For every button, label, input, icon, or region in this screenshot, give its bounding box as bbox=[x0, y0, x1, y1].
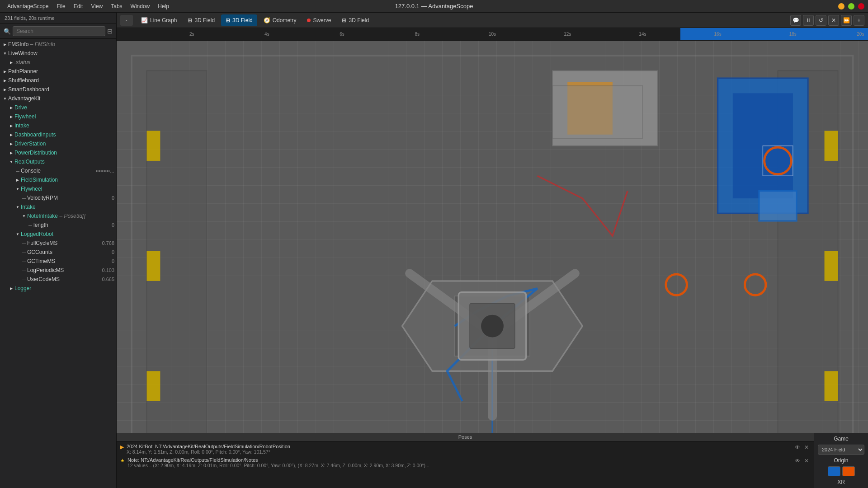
menu-file[interactable]: File bbox=[53, 2, 69, 10]
tree-item-gccounts[interactable]: —GCCounts0 bbox=[0, 248, 116, 257]
pose-text-robot: 2024 KitBot: NT:/AdvantageKit/RealOutput… bbox=[127, 444, 791, 455]
tab-odometry[interactable]: 🧭 Odometry bbox=[259, 14, 301, 26]
arrow-gccounts: — bbox=[21, 249, 27, 255]
tree-item-flywheel1[interactable]: ▶Flywheel bbox=[0, 112, 116, 121]
menu-edit[interactable]: Edit bbox=[70, 2, 87, 10]
search-input[interactable] bbox=[13, 26, 105, 36]
tree-item-loggedrobot[interactable]: ▼LoggedRobot bbox=[0, 230, 116, 239]
label-realoutputs: RealOutputs bbox=[14, 159, 114, 165]
viz-add-button[interactable]: + bbox=[854, 15, 864, 26]
tab-3d-field-1[interactable]: ⊞ 3D Field bbox=[183, 14, 219, 26]
value-velocityrpm: 0 bbox=[101, 195, 114, 201]
orange-swatch[interactable] bbox=[842, 466, 855, 476]
arrow-length: — bbox=[27, 222, 33, 228]
viz-pause-button[interactable]: ⏸ bbox=[803, 15, 814, 26]
tab-spacer[interactable]: ▪ bbox=[120, 15, 133, 26]
minimize-button[interactable] bbox=[838, 3, 844, 9]
arrow-fmsinfo: ▶ bbox=[2, 41, 8, 47]
tab-line-graph[interactable]: 📈 Line Graph bbox=[137, 14, 181, 26]
tick-14s: 14s bbox=[639, 32, 646, 37]
timeline-track[interactable]: 2s4s6s8s10s12s14s16s18s20s bbox=[117, 28, 868, 40]
tree-item-length[interactable]: —length0 bbox=[0, 221, 116, 230]
tree-item-flywheel2[interactable]: ▼Flywheel bbox=[0, 184, 116, 193]
tree-item-advantagekit[interactable]: ▼AdvantageKit bbox=[0, 94, 116, 103]
menu-help[interactable]: Help bbox=[154, 2, 173, 10]
viz-forward-button[interactable]: ⏩ bbox=[841, 15, 852, 26]
tree-item-driverstation[interactable]: ▶DriverStation bbox=[0, 139, 116, 148]
tree-item-livewindow[interactable]: ▼LiveWindow bbox=[0, 49, 116, 58]
tick-20s: 20s bbox=[857, 32, 864, 37]
tree-item-pathplanner[interactable]: ▶PathPlanner bbox=[0, 67, 116, 76]
tree-item-status[interactable]: ▶.status bbox=[0, 58, 116, 67]
arrow-usercodems: — bbox=[21, 276, 27, 282]
filter-icon[interactable]: ⊟ bbox=[107, 28, 113, 35]
pose-visibility-button[interactable]: 👁 bbox=[794, 444, 801, 451]
viz-close-button[interactable]: ✕ bbox=[828, 15, 839, 26]
tree-item-noteintake[interactable]: ▼NoteInIntake – Pose3d[] bbox=[0, 211, 116, 221]
tab-swerve[interactable]: Swerve bbox=[302, 14, 335, 26]
viz-area[interactable] bbox=[117, 41, 868, 433]
game-select[interactable]: 2024 Field bbox=[818, 445, 864, 455]
tree-item-dashboardinputs[interactable]: ▶DashboardInputs bbox=[0, 130, 116, 139]
odometry-icon: 🧭 bbox=[264, 17, 270, 23]
xr-label: XR bbox=[818, 479, 864, 485]
tree-item-intake2[interactable]: ▼Intake bbox=[0, 202, 116, 211]
menu-tabs[interactable]: Tabs bbox=[107, 2, 126, 10]
maximize-button[interactable] bbox=[848, 3, 854, 9]
tree-item-fieldsimulation[interactable]: ▶FieldSimulation bbox=[0, 175, 116, 184]
timeline[interactable]: 2s4s6s8s10s12s14s16s18s20s bbox=[117, 28, 868, 41]
tree-item-logger[interactable]: ▶Logger bbox=[0, 284, 116, 293]
tree-item-drive[interactable]: ▶Drive bbox=[0, 103, 116, 112]
value-logperiodicms: 0.103 bbox=[101, 267, 114, 273]
notes-visibility-button[interactable]: 👁 bbox=[794, 457, 801, 465]
grid-icon: ▪ bbox=[126, 18, 127, 23]
origin-label: Origin bbox=[818, 457, 864, 464]
tab-bar: ▪ 📈 Line Graph ⊞ 3D Field ⊞ 3D Field 🧭 O… bbox=[117, 13, 868, 28]
menu-view[interactable]: View bbox=[87, 2, 106, 10]
arrow-livewindow: ▼ bbox=[2, 50, 8, 56]
pose-actions-robot[interactable]: 👁 ✕ bbox=[794, 444, 810, 451]
label-fullcyclems: FullCycleMS bbox=[27, 240, 99, 246]
tab-3d-field-3[interactable]: ⊞ 3D Field bbox=[337, 14, 373, 26]
arrow-dashboardinputs: ▶ bbox=[8, 131, 14, 138]
value-gctimems: 0 bbox=[101, 258, 114, 264]
tick-6s: 6s bbox=[340, 32, 344, 37]
main-layout: 231 fields, 20s runtime 🔍 ⊟ ▶FMSInfo – F… bbox=[0, 13, 868, 488]
tab-3d-field-2[interactable]: ⊞ 3D Field bbox=[221, 14, 257, 26]
tree-item-logperiodicms[interactable]: —LogPeriodicMS0.103 bbox=[0, 266, 116, 275]
tree-item-realoutputs[interactable]: ▼RealOutputs bbox=[0, 157, 116, 166]
right-panel: ▪ 📈 Line Graph ⊞ 3D Field ⊞ 3D Field 🧭 O… bbox=[117, 13, 868, 488]
menu-bar[interactable]: AdvantageScope File Edit View Tabs Windo… bbox=[4, 2, 173, 10]
notes-delete-button[interactable]: ✕ bbox=[803, 457, 810, 465]
pose-actions-notes[interactable]: 👁 ✕ bbox=[794, 457, 810, 465]
label-dashboardinputs: DashboardInputs bbox=[14, 131, 114, 138]
value-length: 0 bbox=[101, 222, 114, 228]
tree-item-intake[interactable]: ▶Intake bbox=[0, 121, 116, 130]
tick-10s: 10s bbox=[489, 32, 496, 37]
tree-item-powerdistribution[interactable]: ▶PowerDistribution bbox=[0, 148, 116, 157]
tree-item-smartdashboard[interactable]: ▶SmartDashboard bbox=[0, 85, 116, 94]
menu-window[interactable]: Window bbox=[127, 2, 154, 10]
tree-item-console[interactable]: —Console•••••••••… bbox=[0, 166, 116, 175]
tree-item-gctimems[interactable]: —GCTimeMS0 bbox=[0, 257, 116, 266]
viz-refresh-button[interactable]: ↺ bbox=[816, 15, 826, 26]
blue-swatch[interactable] bbox=[828, 466, 840, 476]
pose-delete-button[interactable]: ✕ bbox=[803, 444, 810, 451]
close-button[interactable] bbox=[858, 3, 864, 9]
window-controls[interactable] bbox=[838, 3, 864, 9]
tree-item-velocityrpm[interactable]: —VelocityRPM0 bbox=[0, 193, 116, 202]
tree-item-shuffleboard[interactable]: ▶Shuffleboard bbox=[0, 76, 116, 85]
label-usercodems: UserCodeMS bbox=[27, 276, 99, 282]
sidebar-stats: 231 fields, 20s runtime bbox=[0, 13, 116, 24]
viz-chat-button[interactable]: 💬 bbox=[790, 15, 801, 26]
menu-advantagescope[interactable]: AdvantageScope bbox=[4, 2, 52, 10]
search-bar: 🔍 ⊟ bbox=[0, 24, 116, 39]
robot-pose-icon: ▶ bbox=[120, 444, 124, 450]
tree-container[interactable]: ▶FMSInfo – FMSInfo▼LiveWindow▶.status▶Pa… bbox=[0, 39, 116, 488]
tree-item-fmsinfo[interactable]: ▶FMSInfo – FMSInfo bbox=[0, 40, 116, 49]
value-usercodems: 0.665 bbox=[101, 277, 114, 282]
tree-item-usercodems[interactable]: —UserCodeMS0.665 bbox=[0, 275, 116, 284]
label-length: length bbox=[33, 222, 99, 228]
tree-item-fullcyclems[interactable]: —FullCycleMS0.768 bbox=[0, 239, 116, 248]
label-logger: Logger bbox=[14, 285, 114, 291]
